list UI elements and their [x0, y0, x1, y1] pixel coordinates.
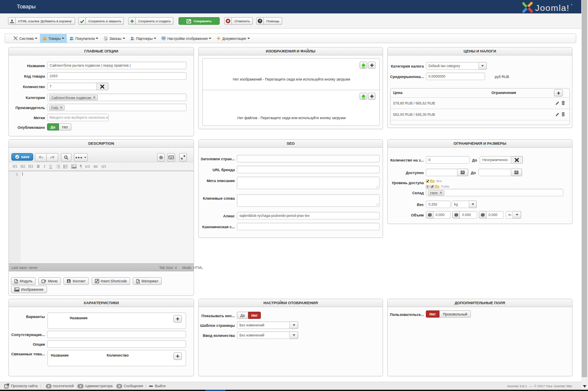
svg-text:Joomla!: Joomla!: [535, 3, 570, 13]
svg-text:?: ?: [259, 19, 261, 23]
